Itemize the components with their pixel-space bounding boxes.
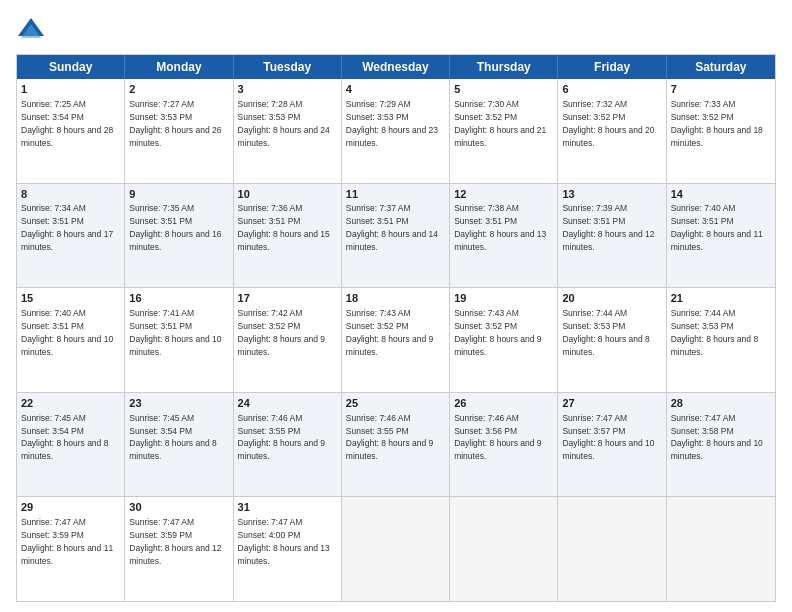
calendar-cell: 25Sunrise: 7:46 AMSunset: 3:55 PMDayligh… — [342, 393, 450, 497]
calendar-cell: 29Sunrise: 7:47 AMSunset: 3:59 PMDayligh… — [17, 497, 125, 601]
calendar-cell — [342, 497, 450, 601]
day-number: 25 — [346, 396, 445, 411]
cell-sunrise: Sunrise: 7:40 AMSunset: 3:51 PMDaylight:… — [671, 203, 763, 252]
day-number: 12 — [454, 187, 553, 202]
calendar-cell: 27Sunrise: 7:47 AMSunset: 3:57 PMDayligh… — [558, 393, 666, 497]
day-number: 22 — [21, 396, 120, 411]
header — [16, 16, 776, 44]
cell-sunrise: Sunrise: 7:42 AMSunset: 3:52 PMDaylight:… — [238, 308, 325, 357]
cell-sunrise: Sunrise: 7:47 AMSunset: 3:58 PMDaylight:… — [671, 413, 763, 462]
calendar-cell: 11Sunrise: 7:37 AMSunset: 3:51 PMDayligh… — [342, 184, 450, 288]
calendar-cell: 17Sunrise: 7:42 AMSunset: 3:52 PMDayligh… — [234, 288, 342, 392]
cell-sunrise: Sunrise: 7:37 AMSunset: 3:51 PMDaylight:… — [346, 203, 438, 252]
calendar-cell: 30Sunrise: 7:47 AMSunset: 3:59 PMDayligh… — [125, 497, 233, 601]
calendar-week-4: 22Sunrise: 7:45 AMSunset: 3:54 PMDayligh… — [17, 393, 775, 498]
day-number: 14 — [671, 187, 771, 202]
calendar-cell: 3Sunrise: 7:28 AMSunset: 3:53 PMDaylight… — [234, 79, 342, 183]
day-number: 26 — [454, 396, 553, 411]
calendar-cell: 21Sunrise: 7:44 AMSunset: 3:53 PMDayligh… — [667, 288, 775, 392]
cell-sunrise: Sunrise: 7:38 AMSunset: 3:51 PMDaylight:… — [454, 203, 546, 252]
day-number: 19 — [454, 291, 553, 306]
calendar-cell: 1Sunrise: 7:25 AMSunset: 3:54 PMDaylight… — [17, 79, 125, 183]
day-number: 1 — [21, 82, 120, 97]
col-header-thursday: Thursday — [450, 55, 558, 79]
cell-sunrise: Sunrise: 7:29 AMSunset: 3:53 PMDaylight:… — [346, 99, 438, 148]
calendar-cell: 6Sunrise: 7:32 AMSunset: 3:52 PMDaylight… — [558, 79, 666, 183]
day-number: 29 — [21, 500, 120, 515]
calendar-cell: 4Sunrise: 7:29 AMSunset: 3:53 PMDaylight… — [342, 79, 450, 183]
day-number: 17 — [238, 291, 337, 306]
col-header-tuesday: Tuesday — [234, 55, 342, 79]
cell-sunrise: Sunrise: 7:36 AMSunset: 3:51 PMDaylight:… — [238, 203, 330, 252]
day-number: 5 — [454, 82, 553, 97]
col-header-saturday: Saturday — [667, 55, 775, 79]
calendar-cell: 28Sunrise: 7:47 AMSunset: 3:58 PMDayligh… — [667, 393, 775, 497]
calendar-cell — [450, 497, 558, 601]
cell-sunrise: Sunrise: 7:39 AMSunset: 3:51 PMDaylight:… — [562, 203, 654, 252]
col-header-friday: Friday — [558, 55, 666, 79]
day-number: 6 — [562, 82, 661, 97]
cell-sunrise: Sunrise: 7:32 AMSunset: 3:52 PMDaylight:… — [562, 99, 654, 148]
cell-sunrise: Sunrise: 7:44 AMSunset: 3:53 PMDaylight:… — [562, 308, 649, 357]
day-number: 28 — [671, 396, 771, 411]
calendar-cell — [558, 497, 666, 601]
day-number: 13 — [562, 187, 661, 202]
col-header-monday: Monday — [125, 55, 233, 79]
cell-sunrise: Sunrise: 7:46 AMSunset: 3:56 PMDaylight:… — [454, 413, 541, 462]
cell-sunrise: Sunrise: 7:40 AMSunset: 3:51 PMDaylight:… — [21, 308, 113, 357]
calendar-cell: 15Sunrise: 7:40 AMSunset: 3:51 PMDayligh… — [17, 288, 125, 392]
day-number: 11 — [346, 187, 445, 202]
calendar-cell: 22Sunrise: 7:45 AMSunset: 3:54 PMDayligh… — [17, 393, 125, 497]
cell-sunrise: Sunrise: 7:45 AMSunset: 3:54 PMDaylight:… — [129, 413, 216, 462]
day-number: 20 — [562, 291, 661, 306]
calendar-cell: 2Sunrise: 7:27 AMSunset: 3:53 PMDaylight… — [125, 79, 233, 183]
calendar-week-3: 15Sunrise: 7:40 AMSunset: 3:51 PMDayligh… — [17, 288, 775, 393]
col-header-wednesday: Wednesday — [342, 55, 450, 79]
cell-sunrise: Sunrise: 7:34 AMSunset: 3:51 PMDaylight:… — [21, 203, 113, 252]
calendar-cell: 9Sunrise: 7:35 AMSunset: 3:51 PMDaylight… — [125, 184, 233, 288]
day-number: 31 — [238, 500, 337, 515]
calendar-cell: 12Sunrise: 7:38 AMSunset: 3:51 PMDayligh… — [450, 184, 558, 288]
calendar-cell: 23Sunrise: 7:45 AMSunset: 3:54 PMDayligh… — [125, 393, 233, 497]
calendar-week-5: 29Sunrise: 7:47 AMSunset: 3:59 PMDayligh… — [17, 497, 775, 601]
day-number: 10 — [238, 187, 337, 202]
cell-sunrise: Sunrise: 7:28 AMSunset: 3:53 PMDaylight:… — [238, 99, 330, 148]
cell-sunrise: Sunrise: 7:47 AMSunset: 4:00 PMDaylight:… — [238, 517, 330, 566]
cell-sunrise: Sunrise: 7:47 AMSunset: 3:59 PMDaylight:… — [21, 517, 113, 566]
calendar-cell: 10Sunrise: 7:36 AMSunset: 3:51 PMDayligh… — [234, 184, 342, 288]
cell-sunrise: Sunrise: 7:47 AMSunset: 3:57 PMDaylight:… — [562, 413, 654, 462]
calendar-cell: 16Sunrise: 7:41 AMSunset: 3:51 PMDayligh… — [125, 288, 233, 392]
cell-sunrise: Sunrise: 7:46 AMSunset: 3:55 PMDaylight:… — [346, 413, 433, 462]
cell-sunrise: Sunrise: 7:27 AMSunset: 3:53 PMDaylight:… — [129, 99, 221, 148]
cell-sunrise: Sunrise: 7:44 AMSunset: 3:53 PMDaylight:… — [671, 308, 758, 357]
cell-sunrise: Sunrise: 7:47 AMSunset: 3:59 PMDaylight:… — [129, 517, 221, 566]
calendar-cell: 31Sunrise: 7:47 AMSunset: 4:00 PMDayligh… — [234, 497, 342, 601]
calendar-body: 1Sunrise: 7:25 AMSunset: 3:54 PMDaylight… — [17, 79, 775, 601]
day-number: 23 — [129, 396, 228, 411]
cell-sunrise: Sunrise: 7:43 AMSunset: 3:52 PMDaylight:… — [454, 308, 541, 357]
calendar-cell: 19Sunrise: 7:43 AMSunset: 3:52 PMDayligh… — [450, 288, 558, 392]
day-number: 30 — [129, 500, 228, 515]
day-number: 15 — [21, 291, 120, 306]
calendar-cell: 5Sunrise: 7:30 AMSunset: 3:52 PMDaylight… — [450, 79, 558, 183]
logo — [16, 16, 50, 44]
day-number: 4 — [346, 82, 445, 97]
day-number: 9 — [129, 187, 228, 202]
day-number: 8 — [21, 187, 120, 202]
day-number: 27 — [562, 396, 661, 411]
day-number: 24 — [238, 396, 337, 411]
cell-sunrise: Sunrise: 7:25 AMSunset: 3:54 PMDaylight:… — [21, 99, 113, 148]
calendar-cell: 13Sunrise: 7:39 AMSunset: 3:51 PMDayligh… — [558, 184, 666, 288]
calendar-cell: 18Sunrise: 7:43 AMSunset: 3:52 PMDayligh… — [342, 288, 450, 392]
calendar-week-2: 8Sunrise: 7:34 AMSunset: 3:51 PMDaylight… — [17, 184, 775, 289]
cell-sunrise: Sunrise: 7:33 AMSunset: 3:52 PMDaylight:… — [671, 99, 763, 148]
day-number: 21 — [671, 291, 771, 306]
cell-sunrise: Sunrise: 7:43 AMSunset: 3:52 PMDaylight:… — [346, 308, 433, 357]
cell-sunrise: Sunrise: 7:46 AMSunset: 3:55 PMDaylight:… — [238, 413, 325, 462]
calendar-week-1: 1Sunrise: 7:25 AMSunset: 3:54 PMDaylight… — [17, 79, 775, 184]
logo-icon — [16, 16, 46, 44]
day-number: 18 — [346, 291, 445, 306]
cell-sunrise: Sunrise: 7:35 AMSunset: 3:51 PMDaylight:… — [129, 203, 221, 252]
calendar-cell: 20Sunrise: 7:44 AMSunset: 3:53 PMDayligh… — [558, 288, 666, 392]
day-number: 7 — [671, 82, 771, 97]
